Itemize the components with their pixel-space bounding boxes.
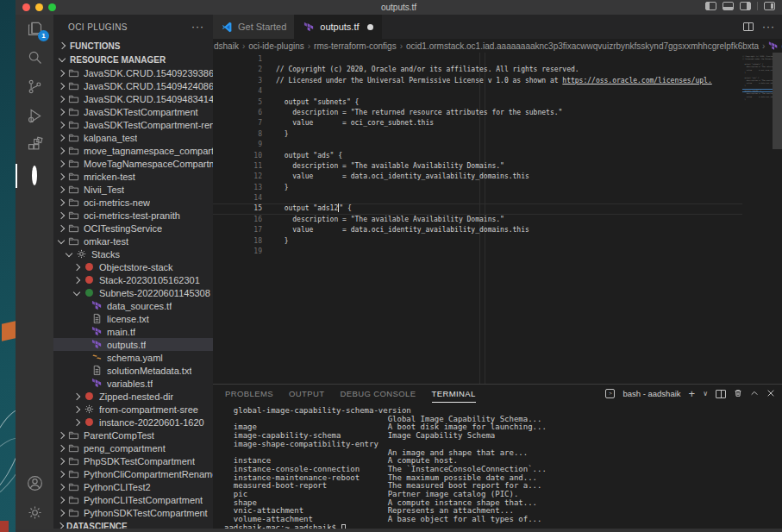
line-number[interactable]: 4: [213, 86, 276, 97]
tree-item-phpsdktestcompartment[interactable]: PhpSDKTestCompartment: [53, 454, 213, 467]
tree-item-mricken-test[interactable]: mricken-test: [53, 170, 213, 183]
panel-tab-debug-console[interactable]: DEBUG CONSOLE: [340, 385, 416, 403]
toggle-panel-icon[interactable]: [723, 2, 734, 10]
breadcrumb-item[interactable]: oci-ide-plugins: [248, 41, 303, 51]
chevron-right-icon[interactable]: [57, 470, 66, 479]
chevron-right-icon[interactable]: [57, 431, 66, 440]
chevron-right-icon[interactable]: [72, 405, 81, 414]
line-number[interactable]: 3: [213, 76, 276, 86]
chevron-right-icon[interactable]: [57, 509, 66, 517]
tab-get-started[interactable]: Get Started: [213, 15, 295, 39]
line-number[interactable]: 2: [213, 65, 276, 75]
chevron-right-icon[interactable]: [57, 185, 66, 194]
customize-layout-icon[interactable]: [764, 2, 775, 10]
chevron-right-icon[interactable]: [57, 172, 66, 181]
tree-item-omkar-test[interactable]: omkar-test: [53, 235, 213, 247]
extensions-activity-button[interactable]: [16, 132, 53, 161]
tree-item-javasdk-crud-1540942408667-[interactable]: JavaSDK.CRUD.1540942408667....: [53, 79, 213, 92]
chevron-down-icon[interactable]: [57, 237, 66, 246]
section-functions[interactable]: FUNCTIONS: [53, 39, 213, 53]
line-number[interactable]: 10: [213, 151, 276, 161]
chevron-right-icon[interactable]: [57, 69, 66, 78]
chevron-right-icon[interactable]: [72, 392, 81, 401]
tree-item-subnets-20220601145308[interactable]: Subnets-20220601145308: [53, 286, 213, 299]
line-number[interactable]: 6: [213, 108, 276, 118]
tree-item-parentcomptest[interactable]: ParentCompTest: [53, 429, 213, 441]
tree-item-pythonclitest2[interactable]: PythonCLITest2: [53, 480, 213, 493]
tree-item-javasdk-crud-1540923938641-[interactable]: JavaSDK.CRUD.1540923938641....: [53, 66, 213, 79]
line-number[interactable]: 5: [213, 97, 276, 108]
chevron-right-icon[interactable]: [57, 121, 66, 129]
tree-item-data-sources-tf[interactable]: data_sources.tf: [53, 299, 213, 312]
panel-tab-terminal[interactable]: TERMINAL: [432, 385, 476, 403]
tree-item-license-txt[interactable]: license.txt: [53, 312, 213, 325]
code-editor[interactable]: 12// Copyright (c) 2020, Oracle and/or i…: [213, 53, 782, 384]
tree-item-stacks[interactable]: Stacks: [53, 247, 213, 260]
breadcrumb-item[interactable]: ocid1.ormstack.oc1.iad.aaaaaaaaknc3p3fix…: [406, 41, 759, 51]
tree-item-solutionmetadata-txt[interactable]: solutionMetadata.txt: [53, 364, 213, 377]
tree-item-peng-compartment[interactable]: peng_compartment: [53, 441, 213, 454]
chevron-right-icon[interactable]: [57, 160, 66, 168]
more-actions-icon[interactable]: ···: [191, 21, 204, 33]
tree-item-move-tagnamespace-compartment[interactable]: move_tagnamespace_compartment: [53, 144, 213, 157]
split-editor-icon[interactable]: [743, 22, 754, 31]
tree-item-stack-20230105162301[interactable]: Stack-20230105162301: [53, 273, 213, 286]
tree-item-javasdktestcompartment[interactable]: JavaSDKTestCompartment: [53, 105, 213, 118]
chevron-down-icon[interactable]: [65, 250, 73, 259]
source-control-activity-button[interactable]: [16, 73, 53, 103]
chevron-right-icon[interactable]: [72, 263, 81, 272]
tree-item-zipped-nested-dir[interactable]: Zipped-nested-dir: [53, 390, 213, 403]
tree-item-pythonclitestcompartment[interactable]: PythonCLITestCompartment: [53, 493, 213, 506]
tree-item-pythonclicompartmentrenamete-[interactable]: PythonCliCompartmentRenameTe...: [53, 467, 213, 480]
chevron-right-icon[interactable]: [57, 134, 66, 142]
line-number[interactable]: 7: [213, 118, 276, 128]
tree-item-kalpana-test[interactable]: kalpana_test: [53, 131, 213, 144]
tree-item-outputs-tf[interactable]: outputs.tf: [53, 338, 213, 351]
minimize-window-button[interactable]: [35, 3, 43, 11]
chevron-right-icon[interactable]: [57, 496, 66, 504]
tree-item-from-compartment-sree[interactable]: from-compartment-sree: [53, 403, 213, 416]
account-button[interactable]: [16, 470, 53, 499]
line-number[interactable]: 11: [213, 161, 276, 172]
terminal-shell-label[interactable]: bash - aadshaik: [622, 389, 680, 398]
line-number[interactable]: 15: [213, 203, 276, 214]
run-debug-activity-button[interactable]: [16, 103, 53, 132]
license-url-link[interactable]: https://oss.oracle.com/licenses/upl.: [562, 77, 711, 84]
maximize-panel-icon[interactable]: [750, 389, 759, 399]
chevron-right-icon[interactable]: [57, 444, 66, 453]
zoom-window-button[interactable]: [48, 3, 56, 11]
dirty-dot-icon[interactable]: [367, 24, 373, 30]
tree-item-movetagnamespacecompartment[interactable]: MoveTagNamespaceCompartment: [53, 157, 213, 170]
chevron-right-icon[interactable]: [57, 224, 66, 233]
tree-item-variables-tf[interactable]: variables.tf: [53, 377, 213, 390]
terminal-output[interactable]: global-image-capability-schema-version G…: [213, 403, 782, 532]
line-number[interactable]: 9: [213, 140, 276, 150]
tree-item-oci-metrics-new[interactable]: oci-metrics-new: [53, 196, 213, 209]
tree-item-main-tf[interactable]: main.tf: [53, 325, 213, 338]
panel-tab-output[interactable]: OUTPUT: [289, 385, 324, 403]
code-content[interactable]: 12// Copyright (c) 2020, Oracle and/or i…: [213, 54, 742, 384]
chevron-right-icon[interactable]: [57, 483, 66, 491]
split-terminal-icon[interactable]: [716, 390, 726, 398]
tree-item-instance-20220601-1620[interactable]: instance-20220601-1620: [53, 416, 213, 429]
terminal-dropdown-icon[interactable]: ∨: [703, 391, 708, 397]
tree-item-javasdktestcompartment-renam-[interactable]: JavaSDKTestCompartment-renam...: [53, 118, 213, 131]
tab-outputs-tf[interactable]: outputs.tf: [295, 15, 381, 39]
close-window-button[interactable]: [22, 3, 30, 11]
chevron-right-icon[interactable]: [72, 276, 81, 285]
tree-item-nivii-test[interactable]: Nivii_Test: [53, 183, 213, 196]
line-number[interactable]: 14: [213, 193, 276, 203]
settings-gear-button[interactable]: [16, 499, 53, 529]
chevron-right-icon[interactable]: [57, 457, 66, 466]
tree-item-javasdk-crud-1540948341410-a-[interactable]: JavaSDK.CRUD.1540948341410.A...: [53, 92, 213, 105]
breadcrumb-item[interactable]: outputs.tf: [768, 40, 782, 52]
toggle-sidebar-icon[interactable]: [705, 2, 716, 10]
line-number[interactable]: 18: [213, 236, 276, 247]
close-panel-icon[interactable]: [766, 389, 775, 399]
line-number[interactable]: 16: [213, 215, 276, 225]
line-number[interactable]: 1: [213, 54, 276, 65]
tree-item-ocitestingservice[interactable]: OCITestingService: [53, 222, 213, 235]
search-activity-button[interactable]: [16, 44, 53, 73]
tree-item-schema-yaml[interactable]: schema.yaml: [53, 351, 213, 364]
chevron-right-icon[interactable]: [57, 211, 66, 220]
